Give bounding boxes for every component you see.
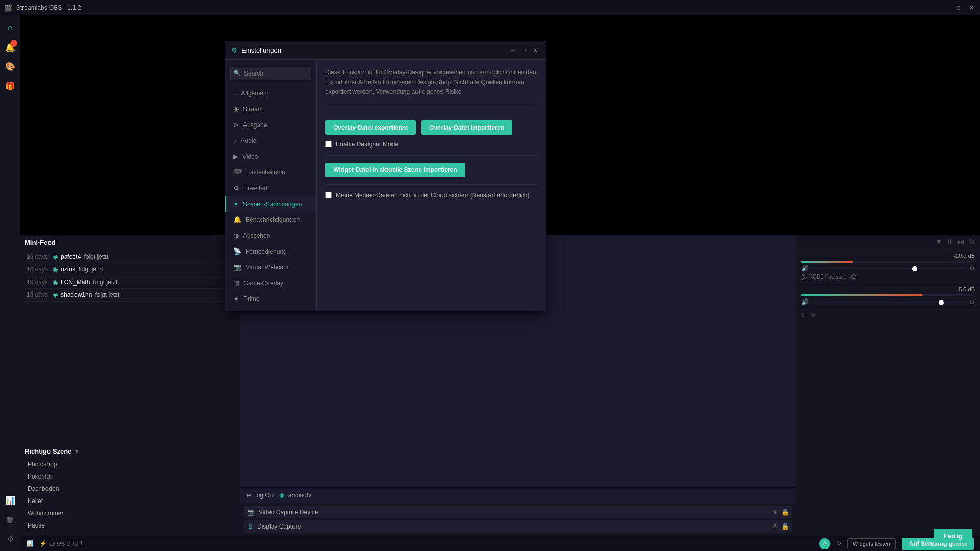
tastenbefehle-label: Tastenbefehle [247, 169, 285, 176]
sidebar-chart-icon[interactable]: 📊 [2, 492, 18, 508]
scene-item-pokemon[interactable]: Pokemon [24, 470, 236, 483]
settings-nav-audio[interactable]: ♪ Audio [225, 133, 316, 148]
aussehen-icon: ◑ [233, 232, 239, 239]
logout-button[interactable]: ↩ Log Out [246, 492, 275, 499]
widget-import-button[interactable]: Widget-Datei in aktuelle Szene importier… [325, 163, 465, 177]
tastenbefehle-icon: ⌨ [233, 168, 243, 176]
scene-item-photoshop[interactable]: Photoshop [24, 458, 236, 470]
follow-icon: ◉ [53, 253, 58, 260]
sidebar-grid-icon[interactable]: ▦ [2, 511, 18, 528]
volume-slider-1[interactable] [812, 268, 966, 269]
virtual-webcam-label: Virtual Webcam [246, 264, 288, 271]
audio-gear-icon-1[interactable]: ⚙ [969, 265, 975, 272]
audio-level-bar-2 [801, 294, 975, 296]
fertig-button[interactable]: Fertig [934, 529, 972, 543]
scenes-title: Richtige Szene [24, 447, 71, 455]
ausgabe-icon: ⊳ [233, 121, 239, 129]
user-icon: ◉ [279, 492, 284, 499]
settings-nav-ausgabe[interactable]: ⊳ Ausgabe [225, 117, 316, 133]
filter-icon[interactable]: ▼ [934, 237, 943, 247]
settings-dialog-title: Einstellungen [241, 46, 281, 54]
status-bar: 📊 ⚡ 18.9% CPU ℹ A ↻ Widgets testen Auf S… [20, 536, 980, 551]
info-icon[interactable]: ℹ [80, 540, 82, 547]
source-item-video-capture: 📷 Video Capture Device 👁 🔒 [244, 506, 792, 518]
left-sidebar: ⌂ 🔔 🎨 🎁 📊 ▦ ⚙ [0, 15, 20, 551]
titlebar: 🎬 Streamlabs OBS - 1.1.2 ─ □ ✕ [0, 0, 980, 15]
minimize-button[interactable]: ─ [940, 3, 949, 12]
source-lock-icon[interactable]: 🔒 [781, 509, 789, 516]
source-controls: 👁 🔒 [772, 523, 789, 530]
scenes-panel: Richtige Szene ▼ Photoshop Pokemon Dachb… [20, 443, 240, 536]
audio-mute-icon-2[interactable]: 🔊 [801, 298, 809, 306]
sidebar-gift-icon[interactable]: 🎁 [2, 78, 18, 94]
settings-nav-szenen-sammlungen[interactable]: ✦ Szenen-Sammlungen [225, 196, 316, 212]
settings-nav-virtual-webcam[interactable]: 📷 Virtual Webcam [225, 259, 316, 275]
logout-label: Log Out [253, 492, 275, 499]
settings-dialog: ⚙ Einstellungen ─ □ ✕ 🔍 ≡ Allgemein ◉ St… [225, 41, 546, 311]
settings-search-input[interactable] [230, 67, 311, 80]
audio-controls-2: 🔊 ⚙ [801, 298, 975, 306]
settings-nav-tastenbefehle[interactable]: ⌨ Tastenbefehle [225, 164, 316, 180]
volume-slider-2[interactable] [812, 302, 966, 303]
overlay-export-button[interactable]: Overlay-Datei exportieren [325, 120, 416, 135]
dialog-maximize-button[interactable]: □ [520, 46, 528, 55]
cpu-label: 18.9% CPU [49, 541, 78, 547]
benachrichtigungen-icon: 🔔 [233, 216, 241, 223]
app-title: Streamlabs OBS - 1.1.2 [16, 4, 81, 11]
status-avatar: A [819, 538, 830, 549]
scene-item-pause[interactable]: Pause [24, 519, 236, 532]
search-wrap: 🔍 [230, 67, 311, 80]
cloud-label: Meine Medien-Dateien nicht in der Cloud … [336, 192, 530, 199]
pause-icon[interactable]: ⏸ [945, 237, 954, 247]
settings-nav-video[interactable]: ▶ Video [225, 148, 316, 164]
volume-handle-1[interactable] [912, 266, 917, 271]
sidebar-theme-icon[interactable]: 🎨 [2, 58, 18, 74]
scene-item-dachboden[interactable]: Dachboden [24, 483, 236, 495]
refresh-icon[interactable]: ↻ [837, 540, 841, 547]
dialog-minimize-button[interactable]: ─ [509, 46, 517, 55]
scene-item-keller[interactable]: Keller [24, 495, 236, 507]
widgets-test-button[interactable]: Widgets testen [847, 538, 896, 549]
aussehen-label: Aussehen [243, 232, 270, 239]
scenes-dropdown-icon[interactable]: ▼ [74, 448, 79, 455]
settings-nav-fernbedienung[interactable]: 📡 Fernbedienung [225, 243, 316, 259]
settings-dialog-icon: ⚙ [231, 46, 237, 54]
source-eye-icon[interactable]: 👁 [772, 509, 778, 516]
overlay-buttons-row: Overlay-Datei exportieren Overlay-Datei … [325, 120, 537, 135]
sidebar-home-icon[interactable]: ⌂ [2, 19, 18, 36]
volume-handle-2[interactable] [939, 300, 944, 305]
settings-nav-erweitert[interactable]: ⚙ Erweitert [225, 180, 316, 196]
source-eye-icon[interactable]: 👁 [772, 523, 778, 530]
source-lock-icon[interactable]: 🔒 [781, 523, 789, 530]
settings-nav-aussehen[interactable]: ◑ Aussehen [225, 228, 316, 243]
scene-item-wohnzimmer[interactable]: Wohnzimmer [24, 507, 236, 519]
source-controls: 👁 🔒 [772, 509, 789, 516]
sources-bar: 📷 Video Capture Device 👁 🔒 🖥 Display Cap… [240, 503, 796, 536]
settings-nav-game-overlay[interactable]: ▦ Game-Overlay [225, 275, 316, 291]
maximize-button[interactable]: □ [953, 3, 963, 12]
audio-mute-icon[interactable]: 🔊 [801, 265, 809, 272]
source-name: Video Capture Device [259, 509, 318, 516]
scenes-header: Richtige Szene ▼ [24, 447, 236, 455]
designer-mode-checkbox[interactable] [325, 141, 332, 147]
app-icon: 🎬 [4, 4, 12, 12]
skip-icon[interactable]: ⏭ [957, 237, 966, 247]
overlay-import-button[interactable]: Overlay-Datei importieren [421, 120, 512, 135]
sidebar-notification-icon[interactable]: 🔔 [2, 39, 18, 55]
cloud-checkbox[interactable] [325, 192, 332, 198]
dialog-close-button[interactable]: ✕ [531, 46, 540, 55]
reload-icon[interactable]: ↻ [968, 237, 976, 247]
stream-icon: ◉ [233, 105, 239, 113]
audio-gear-icon-2[interactable]: ⚙ [969, 298, 975, 306]
settings-nav-benachrichtigungen[interactable]: 🔔 Benachrichtigungen [225, 212, 316, 228]
settings-nav-allgemein[interactable]: ≡ Allgemein [225, 85, 316, 101]
settings-nav-prime[interactable]: ★ Prime [225, 291, 316, 307]
settings-nav-stream[interactable]: ◉ Stream [225, 101, 316, 117]
audio-icon: ♪ [233, 137, 237, 144]
source-name: Display Capture [257, 523, 301, 530]
szenen-label: Szenen-Sammlungen [243, 201, 302, 208]
db-label-1: -20.0 dB [801, 253, 975, 259]
close-button[interactable]: ✕ [967, 3, 976, 12]
sidebar-settings-bottom-icon[interactable]: ⚙ [2, 531, 18, 547]
notification-badge [10, 40, 17, 47]
